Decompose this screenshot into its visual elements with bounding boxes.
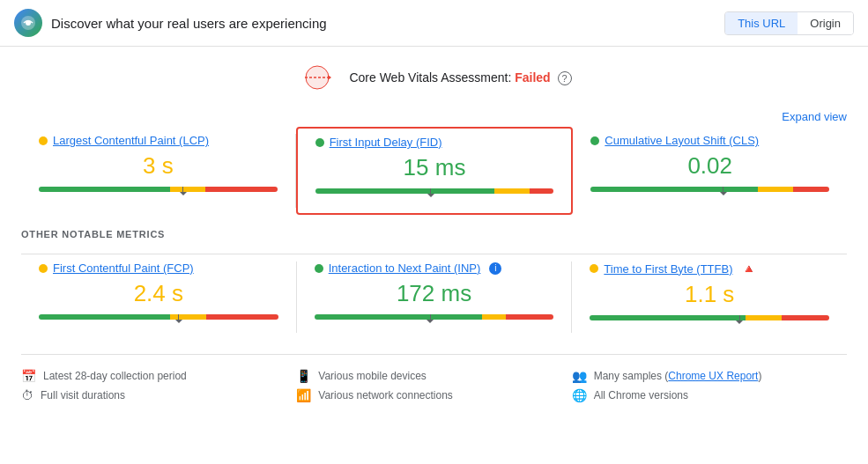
footer-item-chrome: 🌐 All Chrome versions [572,388,847,402]
fid-value: 15 ms [315,154,554,181]
metric-card-fcp: First Contentful Paint (FCP) 2.4 s [21,261,297,333]
clock-icon: ⏱ [21,388,33,402]
footer-item-mobile: 📱 Various mobile devices [296,369,571,383]
app-icon [14,9,42,37]
footer-item-network: 📶 Various network connections [296,388,571,402]
fid-bar [315,188,554,194]
metric-card-ttfb: Time to First Byte (TTFB) 🔺 1.1 s [572,261,847,333]
ttfb-experimental-icon: 🔺 [741,261,756,276]
people-icon: 👥 [572,369,587,383]
cwv-help-icon[interactable]: ? [558,71,572,85]
cls-bar-green [590,187,757,192]
cwv-assessment-text: Core Web Vitals Assessment: Failed ? [349,70,571,85]
footer-chrome-text: All Chrome versions [594,389,688,401]
wifi-icon: 📶 [296,388,311,402]
main-content: Core Web Vitals Assessment: Failed ? Exp… [0,47,868,420]
ttfb-bar-orange [746,315,782,320]
lcp-bar-red [205,187,277,192]
footer-item-collection: 📅 Latest 28-day collection period [21,369,296,383]
lcp-bar-orange [170,187,206,192]
inp-bar [315,314,554,320]
inp-value: 172 ms [315,280,554,307]
lcp-value: 3 s [39,152,278,180]
expand-view-link[interactable]: Expand view [21,110,847,123]
fcp-bar-indicator [175,314,182,323]
footer-item-visit: ⏱ Full visit durations [21,388,296,402]
metric-card-lcp: Largest Contentful Paint (LCP) 3 s [21,134,296,208]
fcp-link[interactable]: First Contentful Paint (FCP) [53,261,194,275]
footer-col-2: 📱 Various mobile devices 📶 Various netwo… [296,369,571,402]
cls-bar-indicator [720,187,727,195]
cls-bar-red [793,187,829,192]
metric-card-cls: Cumulative Layout Shift (CLS) 0.02 [573,134,847,208]
metric-card-inp: Interaction to Next Paint (INP) i 172 ms [297,261,573,333]
fcp-bar-container [39,314,278,321]
fid-dot [315,138,324,147]
footer-col-1: 📅 Latest 28-day collection period ⏱ Full… [21,369,296,402]
cls-label-row: Cumulative Layout Shift (CLS) [590,134,829,147]
cls-value: 0.02 [590,152,829,180]
footer: 📅 Latest 28-day collection period ⏱ Full… [21,354,847,402]
other-metrics-row: First Contentful Paint (FCP) 2.4 s Inter… [21,254,847,333]
fcp-dot [39,264,48,273]
inp-bar-indicator [427,314,434,323]
svg-marker-4 [328,75,331,80]
fid-bar-orange [494,188,530,194]
lcp-bar-green [39,187,170,192]
ttfb-link[interactable]: Time to First Byte (TTFB) [604,262,732,276]
lcp-bar [39,187,278,192]
svg-point-1 [26,20,31,26]
fid-label-row: First Input Delay (FID) [315,136,554,149]
footer-collection-text: Latest 28-day collection period [43,370,187,382]
footer-item-samples: 👥 Many samples (Chrome UX Report) [572,369,847,383]
inp-label-row: Interaction to Next Paint (INP) i [315,261,554,275]
footer-network-text: Various network connections [318,389,453,401]
fid-link[interactable]: First Input Delay (FID) [330,136,442,149]
this-url-button[interactable]: This URL [725,12,798,34]
ttfb-bar-green [590,315,746,320]
mobile-icon: 📱 [296,369,311,383]
fcp-bar-green [39,314,170,320]
lcp-bar-container [39,187,278,194]
inp-dot [315,264,323,273]
lcp-label-row: Largest Contentful Paint (LCP) [39,134,278,147]
url-origin-toggle[interactable]: This URL Origin [724,11,854,35]
ttfb-bar-container [590,315,829,322]
chrome-icon: 🌐 [572,388,587,402]
ttfb-dot [590,264,598,273]
cls-dot [590,136,599,145]
cls-link[interactable]: Cumulative Layout Shift (CLS) [605,134,759,147]
fid-bar-red [530,188,553,194]
header: Discover what your real users are experi… [0,0,868,47]
metric-card-fid: First Input Delay (FID) 15 ms [296,127,574,215]
fcp-bar [39,314,278,320]
other-metrics-section: OTHER NOTABLE METRICS First Contentful P… [21,229,847,333]
inp-bar-container [315,314,554,321]
cls-bar-container [590,187,829,194]
inp-link[interactable]: Interaction to Next Paint (INP) [329,261,481,275]
lcp-link[interactable]: Largest Contentful Paint (LCP) [53,134,209,147]
fcp-label-row: First Contentful Paint (FCP) [39,261,278,275]
lcp-bar-indicator [180,187,187,195]
footer-visit-text: Full visit durations [41,389,125,401]
fcp-bar-red [206,314,278,320]
fid-bar-indicator [427,188,434,197]
calendar-icon: 📅 [21,369,36,383]
ttfb-bar [590,315,829,320]
header-left: Discover what your real users are experi… [14,9,327,37]
header-title: Discover what your real users are experi… [51,16,327,31]
chrome-ux-link[interactable]: Chrome UX Report [668,370,758,382]
ttfb-label-row: Time to First Byte (TTFB) 🔺 [590,261,829,276]
inp-bar-red [506,314,553,320]
footer-mobile-text: Various mobile devices [318,370,427,382]
fid-bar-green [315,188,494,194]
ttfb-value: 1.1 s [590,281,829,308]
cwv-assessment-label: Core Web Vitals Assessment: [349,70,511,85]
other-metrics-title: OTHER NOTABLE METRICS [21,229,847,239]
origin-button[interactable]: Origin [798,12,853,34]
ttfb-bar-red [782,315,829,320]
core-vitals-metrics-row: Largest Contentful Paint (LCP) 3 s First… [21,134,847,208]
inp-bar-green [315,314,482,320]
cls-bar [590,187,829,192]
inp-info-icon[interactable]: i [489,262,501,275]
